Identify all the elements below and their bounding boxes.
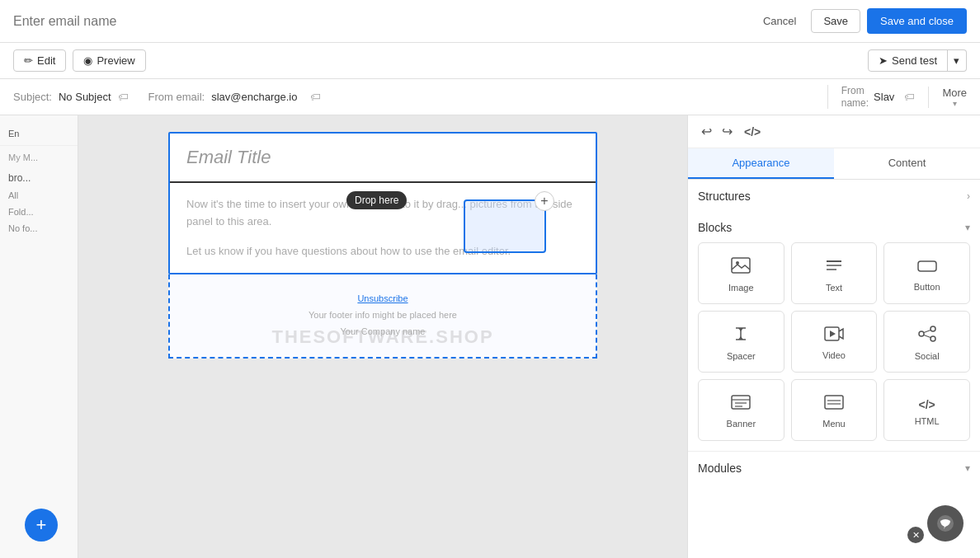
sidebar-tab-en[interactable]: En (0, 122, 78, 146)
email-footer-block: Unsubscribe Your footer info might be pl… (168, 274, 597, 358)
save-and-close-button[interactable]: Save and close (867, 8, 967, 34)
video-icon (824, 326, 844, 345)
more-section[interactable]: More ▾ (928, 87, 967, 108)
subject-label: Subject: (13, 91, 52, 103)
modules-header[interactable]: Modules ▾ (688, 451, 980, 483)
from-name-tag-icon[interactable]: 🏷 (904, 91, 915, 103)
structures-section: Structures (688, 180, 980, 211)
from-name-value[interactable]: Slav (874, 91, 894, 103)
edit-button[interactable]: ✏ Edit (13, 49, 66, 72)
sidebar-fold[interactable]: Fold... (0, 204, 78, 220)
spacer-block-label: Spacer (727, 351, 756, 361)
main-layout: En My M... bro... All Fold... No fo... T… (0, 115, 980, 558)
left-sidebar: En My M... bro... All Fold... No fo... (0, 115, 78, 558)
sidebar-bro[interactable]: bro... (0, 169, 78, 187)
from-email-tag-icon[interactable]: 🏷 (310, 91, 321, 103)
svg-marker-9 (738, 328, 743, 331)
svg-point-14 (919, 331, 924, 336)
top-bar: Cancel Save Save and close (0, 0, 980, 43)
html-block-label: HTML (915, 416, 940, 426)
send-test-caret-button[interactable]: ▾ (947, 49, 967, 72)
code-button[interactable]: </> (739, 124, 766, 140)
video-block-item[interactable]: Video (791, 311, 878, 373)
structures-header[interactable]: Structures (698, 180, 970, 211)
from-email-section: From email: slav@encharge.io 🏷 (148, 91, 827, 103)
cancel-button[interactable]: Cancel (755, 10, 804, 32)
from-email-value[interactable]: slav@encharge.io (211, 91, 297, 103)
svg-line-16 (924, 331, 931, 333)
html-icon: </> (919, 398, 935, 411)
send-test-button[interactable]: ➤ Send test (868, 49, 948, 72)
structures-title: Structures (698, 190, 751, 203)
banner-icon (731, 395, 751, 414)
footer-line2: Your Company name (341, 326, 426, 336)
social-block-item[interactable]: Social (883, 311, 970, 373)
structures-caret-icon (967, 190, 970, 202)
canvas-area[interactable]: THESOFTWARE.SHOP Email Title Drop here +… (78, 115, 687, 558)
svg-rect-22 (825, 396, 843, 409)
email-title-block[interactable]: Email Title (170, 134, 596, 183)
undo-button[interactable]: ↩ (698, 122, 715, 141)
sidebar-all[interactable]: All (0, 187, 78, 204)
text-icon (825, 257, 843, 278)
fab-add-button[interactable]: + (25, 509, 58, 542)
drop-here-tooltip: Drop here (346, 191, 407, 209)
footer-unsubscribe-link[interactable]: Unsubscribe (357, 293, 408, 303)
image-block-label: Image (728, 283, 754, 293)
blocks-grid: Image Text Button (698, 242, 970, 451)
blocks-title: Blocks (698, 221, 732, 234)
menu-block-item[interactable]: Menu (791, 379, 878, 441)
panel-tabs: Appearance Content (688, 148, 980, 180)
from-name-label: From name: (841, 85, 869, 109)
spacer-block-item[interactable]: Spacer (698, 311, 784, 373)
preview-button[interactable]: ◉ Preview (73, 49, 145, 72)
svg-point-15 (931, 336, 935, 341)
email-body: Email Title Drop here + Now it's the tim… (168, 132, 597, 274)
menu-block-label: Menu (822, 419, 846, 429)
top-bar-left (13, 14, 745, 29)
tab-appearance[interactable]: Appearance (688, 148, 834, 179)
from-email-label: From email: (148, 91, 205, 103)
svg-rect-5 (918, 261, 936, 271)
svg-line-17 (924, 335, 931, 338)
button-icon (917, 258, 937, 277)
tab-content[interactable]: Content (834, 148, 980, 179)
sidebar-my-label: My M... (0, 146, 78, 169)
modules-caret-icon: ▾ (965, 462, 970, 474)
drag-plus-icon[interactable]: + (535, 191, 554, 211)
blocks-section: Blocks ▾ Image Text (688, 211, 980, 451)
text-block-item[interactable]: Text (791, 242, 878, 304)
modules-title: Modules (698, 462, 742, 475)
email-title-text: Email Title (186, 147, 271, 167)
svg-rect-18 (732, 396, 750, 409)
text-block-label: Text (826, 283, 842, 293)
email-name-input[interactable] (13, 14, 745, 29)
email-canvas: Email Title Drop here + Now it's the tim… (168, 132, 597, 542)
top-bar-actions: Cancel Save Save and close (755, 8, 967, 34)
eye-icon: ◉ (83, 54, 92, 67)
social-block-label: Social (915, 351, 940, 361)
chat-button[interactable] (927, 505, 964, 542)
html-block-item[interactable]: </> HTML (883, 379, 970, 441)
toolbar-row: ✏ Edit ◉ Preview ➤ Send test ▾ (0, 43, 980, 79)
button-block-item[interactable]: Button (883, 242, 970, 304)
send-icon: ➤ (879, 54, 888, 67)
svg-marker-10 (738, 336, 743, 340)
dragging-block[interactable]: + (464, 199, 546, 253)
image-block-item[interactable]: Image (698, 242, 784, 304)
blocks-header[interactable]: Blocks ▾ (698, 211, 970, 242)
pencil-icon: ✏ (24, 54, 33, 67)
save-button[interactable]: Save (811, 9, 860, 33)
right-panel: ↩ ↪ </> Appearance Content Structures Bl… (687, 115, 980, 558)
svg-rect-0 (732, 258, 750, 273)
chat-close-icon[interactable]: ✕ (907, 527, 924, 543)
svg-point-13 (931, 326, 935, 331)
undo-redo-bar: ↩ ↪ </> (688, 115, 980, 148)
subject-value[interactable]: No Subject (59, 91, 111, 103)
subject-tag-icon[interactable]: 🏷 (118, 91, 129, 103)
redo-button[interactable]: ↪ (719, 122, 736, 141)
svg-marker-12 (830, 331, 836, 337)
email-content-block[interactable]: Drop here + Now it's the time to insert … (170, 183, 596, 273)
more-label: More (942, 87, 967, 99)
banner-block-item[interactable]: Banner (698, 379, 784, 441)
